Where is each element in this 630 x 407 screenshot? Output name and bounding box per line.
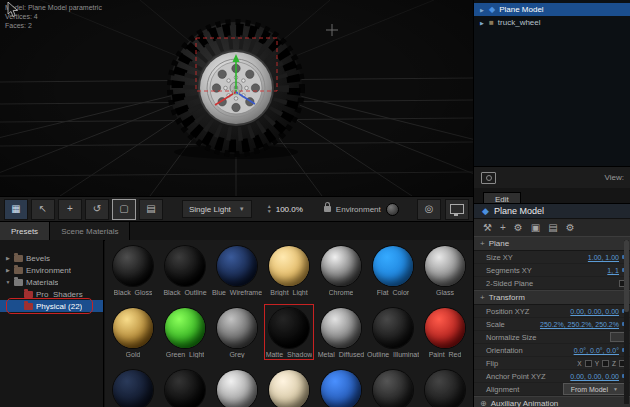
material-item[interactable]: Black_Gloss — [107, 242, 159, 304]
tree-item[interactable]: Pro_Shaders — [0, 288, 103, 300]
material-item[interactable]: Outline_Illuminatio — [367, 304, 419, 366]
prop-value[interactable]: 0.00, 0.00, 0.00 — [570, 373, 619, 380]
section-aux-label: Auxiliary Animation — [491, 399, 559, 407]
material-item[interactable] — [107, 366, 159, 407]
zoom-control[interactable]: ▲▼ 100.0% — [267, 204, 303, 214]
prop-scale: Scale 250.2%, 250.2%, 250.2% — [474, 318, 630, 331]
section-transform[interactable]: + Transform — [474, 290, 630, 305]
tree-item-label: Physical (22) — [36, 302, 82, 311]
material-sphere — [269, 308, 309, 348]
settings-icon[interactable]: ⚙ — [566, 223, 575, 233]
grid-icon: ▦ — [11, 204, 20, 214]
tools-icon[interactable]: ⚒ — [483, 223, 492, 233]
move-icon[interactable]: + — [500, 223, 506, 233]
material-item[interactable] — [211, 366, 263, 407]
view-selector[interactable]: View: — [605, 173, 624, 182]
expand-arrow-icon[interactable]: ▼ — [5, 279, 11, 285]
folder-icon — [14, 279, 23, 286]
rotate-tool-button[interactable]: ↺ — [85, 199, 109, 220]
material-item[interactable]: Glass — [419, 242, 471, 304]
scrollbar-thumb[interactable] — [624, 240, 629, 312]
material-item[interactable] — [159, 366, 211, 407]
scale-tool-button[interactable]: ▢ — [112, 199, 136, 220]
material-item[interactable]: Flat_Color — [367, 242, 419, 304]
viewport-3d[interactable]: Model: Plane Model parametric Vertices: … — [0, 0, 473, 196]
tree-item[interactable]: ▼ Materials — [0, 276, 103, 288]
fullscreen-button[interactable] — [445, 199, 469, 220]
material-item[interactable] — [367, 366, 419, 407]
object-type-icon: ◆ — [489, 6, 495, 14]
material-item[interactable]: Chrome — [315, 242, 367, 304]
section-aux-animation[interactable]: ⊕ Auxiliary Animation — [474, 396, 630, 407]
tree-item[interactable]: ▶ Bevels — [0, 252, 103, 264]
prop-value[interactable]: 0.0°, 0.0°, 0.0° — [574, 347, 619, 354]
alignment-dropdown[interactable]: From Model ▼ — [563, 383, 626, 395]
material-item[interactable]: Green_Light — [159, 304, 211, 366]
move-tool-button[interactable]: + — [58, 199, 82, 220]
prop-label: Normalize Size — [486, 333, 536, 342]
flip-checkboxes: X Y Z — [577, 360, 626, 367]
prop-value[interactable]: 1.00, 1.00 — [588, 254, 619, 261]
presets-tab[interactable]: Scene Materials — [50, 222, 130, 240]
left-column: Model: Plane Model parametric Vertices: … — [0, 0, 473, 407]
prop-value[interactable]: 1, 1 — [607, 267, 619, 274]
material-name: Flat_Color — [377, 289, 409, 296]
right-panel: ▶ ◆ Plane Model ▶ ■ truck_wheel View: Ed… — [473, 0, 630, 407]
layers-icon[interactable]: ▤ — [548, 223, 557, 233]
material-name: Outline_Illuminatio — [367, 351, 419, 358]
tree-item-label: Materials — [26, 278, 58, 287]
material-item[interactable]: Paint_Red — [419, 304, 471, 366]
scene-item[interactable]: ▶ ◆ Plane Model — [474, 3, 630, 16]
material-item[interactable]: Bright_Light — [263, 242, 315, 304]
prop-segments-xy: Segments XY 1, 1 — [474, 264, 630, 277]
plus-circle-icon: ⊕ — [480, 399, 487, 407]
material-sphere — [113, 308, 153, 348]
prop-label: Scale — [486, 320, 505, 329]
material-item[interactable]: Grey — [211, 304, 263, 366]
material-sphere — [113, 370, 153, 407]
properties-scrollbar[interactable] — [624, 240, 629, 404]
sphere-preview-button[interactable]: ◎ — [417, 199, 441, 220]
layers-view-button[interactable]: ▤ — [139, 199, 163, 220]
scene-hierarchy: ▶ ◆ Plane Model ▶ ■ truck_wheel — [474, 0, 630, 166]
material-item[interactable] — [315, 366, 367, 407]
preview-mode-button[interactable]: ▦ — [4, 199, 28, 220]
presets-tab[interactable]: Presets — [0, 222, 50, 240]
material-item[interactable]: Metal_Diffused — [315, 304, 367, 366]
material-item[interactable]: Gold — [107, 304, 159, 366]
flip-x-label: X — [577, 360, 581, 367]
prop-label: Anchor Point XYZ — [486, 372, 546, 381]
environment-control[interactable]: Environment — [324, 203, 399, 216]
gear-icon[interactable]: ⚙ — [514, 223, 523, 233]
expand-arrow-icon[interactable]: ▶ — [5, 267, 11, 273]
material-browser: ▶ Bevels ▶ Environment ▼ Materials — [0, 240, 473, 407]
prop-value[interactable]: 0.00, 0.00, 0.00 — [570, 308, 619, 315]
flip-x-checkbox[interactable] — [585, 360, 592, 367]
expand-arrow-icon[interactable]: ▶ — [5, 255, 11, 261]
grid-icon[interactable]: ▣ — [531, 223, 540, 233]
material-item[interactable] — [263, 366, 315, 407]
expand-arrow-icon[interactable]: ▶ — [479, 20, 485, 26]
prop-value[interactable]: 250.2%, 250.2%, 250.2% — [540, 321, 619, 328]
section-plane[interactable]: + Plane — [474, 236, 630, 251]
camera-icon[interactable] — [481, 172, 496, 184]
material-item[interactable] — [419, 366, 471, 407]
material-item[interactable]: Black_Outline — [159, 242, 211, 304]
model-info-line: Model: Plane Model parametric — [5, 3, 102, 12]
tree-item[interactable]: ▶ Environment — [0, 264, 103, 276]
material-item[interactable]: Blue_Wireframe — [211, 242, 263, 304]
environment-sphere-icon — [386, 203, 399, 216]
material-item[interactable]: Matte_Shadow — [263, 304, 315, 366]
scene-item-label: truck_wheel — [498, 18, 541, 27]
flip-z-label: Z — [612, 360, 616, 367]
zoom-stepper[interactable]: ▲▼ — [267, 204, 272, 214]
flip-y-checkbox[interactable] — [602, 360, 609, 367]
scene-item[interactable]: ▶ ■ truck_wheel — [474, 16, 630, 29]
prop-normalize-size: Normalize Size — [474, 331, 630, 344]
light-mode-dropdown[interactable]: Single Light ▼ — [182, 200, 252, 218]
expand-arrow-icon[interactable]: ▶ — [479, 7, 485, 13]
edit-toolbar: ⚒ + ⚙ ▣ ▤ ⚙ — [474, 218, 630, 237]
select-tool-button[interactable]: ↖ — [31, 199, 55, 220]
tree-item[interactable]: Physical (22) — [0, 300, 103, 312]
chevron-down-icon: ▼ — [613, 386, 618, 392]
